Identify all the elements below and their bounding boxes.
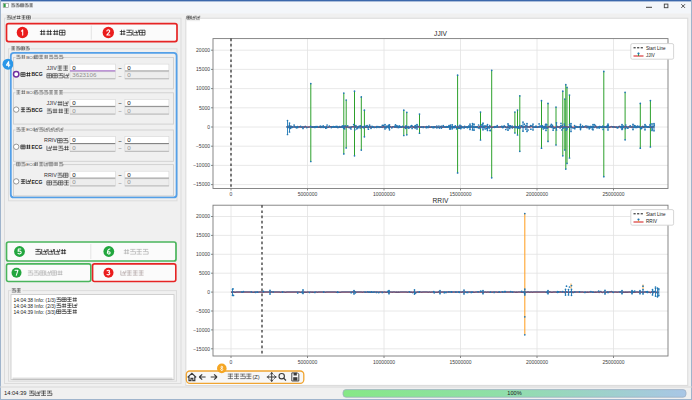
svg-text:~: ~ — [118, 180, 122, 186]
svg-text:20000000: 20000000 — [526, 191, 548, 197]
svg-text:15000: 15000 — [196, 66, 210, 72]
svg-text:25000000: 25000000 — [602, 359, 624, 365]
svg-text:JJIV: JJIV — [646, 53, 656, 58]
svg-text:0: 0 — [127, 107, 131, 114]
svg-text:~: ~ — [118, 108, 122, 114]
svg-text:0: 0 — [72, 136, 76, 143]
svg-text:0: 0 — [72, 144, 76, 151]
svg-text:0: 0 — [207, 289, 210, 295]
svg-text:~: ~ — [118, 172, 122, 178]
svg-text:JJIV: JJIV — [434, 30, 447, 37]
svg-text:−15000: −15000 — [193, 181, 210, 187]
svg-text:0: 0 — [127, 136, 131, 143]
svg-text:−10000: −10000 — [193, 327, 210, 333]
svg-text:5000: 5000 — [199, 270, 210, 276]
svg-text:~: ~ — [118, 138, 122, 144]
svg-text:5000000: 5000000 — [298, 191, 318, 197]
svg-text:10000: 10000 — [196, 251, 210, 257]
svg-text:0: 0 — [127, 171, 131, 178]
svg-text:0: 0 — [72, 64, 76, 71]
svg-text:−5000: −5000 — [196, 143, 210, 149]
svg-text:RRIV: RRIV — [44, 172, 57, 178]
svg-text:0: 0 — [127, 178, 131, 185]
svg-text:BCG: BCG — [32, 71, 43, 77]
svg-text:RRIV: RRIV — [433, 197, 449, 204]
svg-text:−5000: −5000 — [196, 308, 210, 314]
svg-text:5000000: 5000000 — [298, 359, 318, 365]
svg-text:~: ~ — [118, 73, 122, 79]
svg-text:10000000: 10000000 — [373, 191, 395, 197]
svg-text:0: 0 — [72, 178, 76, 185]
svg-text:(Z): (Z) — [252, 374, 259, 380]
svg-text:0: 0 — [72, 99, 76, 106]
svg-text:~: ~ — [118, 65, 122, 71]
svg-text:10000000: 10000000 — [373, 359, 395, 365]
svg-text:RRIV: RRIV — [646, 219, 658, 224]
svg-text:~: ~ — [118, 145, 122, 151]
svg-text:15000000: 15000000 — [449, 359, 471, 365]
svg-text:0: 0 — [127, 99, 131, 106]
svg-text:ECG: ECG — [32, 144, 43, 150]
svg-text:0: 0 — [207, 124, 210, 130]
svg-text:20000: 20000 — [196, 47, 210, 53]
svg-text:20000: 20000 — [196, 213, 210, 219]
svg-text:ECG: ECG — [32, 179, 43, 185]
svg-text:0: 0 — [72, 171, 76, 178]
svg-text:−15000: −15000 — [193, 346, 210, 352]
svg-text:0: 0 — [72, 107, 76, 114]
svg-text:15000: 15000 — [196, 232, 210, 238]
svg-text:14:04:39: 14:04:39 — [4, 390, 27, 396]
svg-text:3623106: 3623106 — [72, 71, 97, 78]
svg-text:0: 0 — [127, 144, 131, 151]
svg-text:15000000: 15000000 — [449, 191, 471, 197]
svg-text:0: 0 — [127, 64, 131, 71]
svg-text:0: 0 — [230, 359, 233, 365]
svg-text:JJIV: JJIV — [46, 100, 57, 106]
svg-text:Start Line: Start Line — [646, 212, 666, 217]
svg-text:BCG: BCG — [32, 107, 43, 113]
svg-text:0: 0 — [230, 191, 233, 197]
svg-text:20000000: 20000000 — [526, 359, 548, 365]
svg-text:Start Line: Start Line — [646, 46, 666, 51]
svg-text:ECG: ECG — [26, 162, 36, 167]
svg-text:14:04:39 Info: (3/3): 14:04:39 Info: (3/3) — [14, 309, 57, 315]
svg-text:−10000: −10000 — [193, 162, 210, 168]
svg-text:10000: 10000 — [196, 85, 210, 91]
svg-text:0: 0 — [127, 71, 131, 78]
svg-text:~: ~ — [118, 100, 122, 106]
svg-text:JJIV: JJIV — [46, 65, 57, 71]
svg-text:25000000: 25000000 — [602, 191, 624, 197]
svg-text:100%: 100% — [507, 390, 521, 396]
svg-text:5000: 5000 — [199, 105, 210, 111]
svg-text:RRIV: RRIV — [44, 137, 57, 143]
